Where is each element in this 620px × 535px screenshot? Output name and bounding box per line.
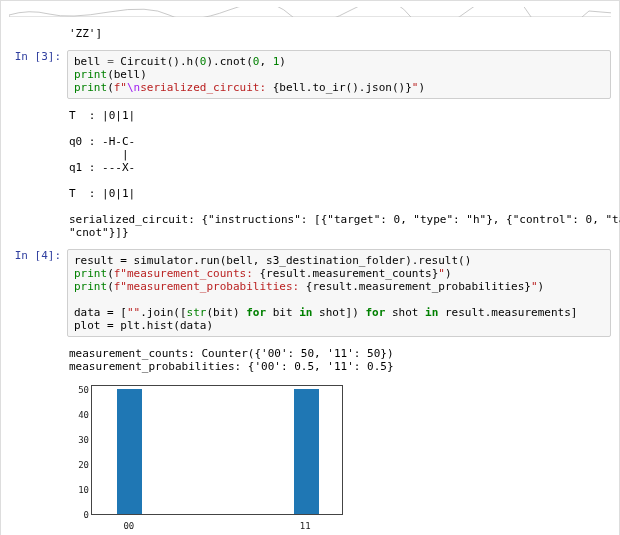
code-token: data = [ — [74, 306, 127, 319]
code-token: f"measurement_counts: — [114, 267, 260, 280]
code-token: ) — [445, 267, 452, 280]
code-token: ( — [107, 81, 114, 94]
code-token: ) — [279, 55, 286, 68]
histogram-bar — [117, 389, 142, 514]
code-token: " — [438, 267, 445, 280]
code-token: .join([ — [140, 306, 186, 319]
code-token: print — [74, 81, 107, 94]
histogram-bar — [294, 389, 319, 514]
code-token: in — [299, 306, 312, 319]
code-token: plot = plt.hist(data) — [74, 319, 213, 332]
code-token: shot]) — [312, 306, 365, 319]
ytick: 40 — [67, 410, 89, 420]
code-token: f"measurement_probabilities: — [114, 280, 306, 293]
code-token: ) — [538, 280, 545, 293]
code-token: result.measurements] — [438, 306, 577, 319]
code-token: {bell.to_ir().json()} — [273, 81, 412, 94]
cell-4-input[interactable]: In [4]: result = simulator.run(bell, s3_… — [9, 249, 611, 337]
code-token: (bell) — [107, 68, 147, 81]
code-token: = — [107, 55, 114, 68]
code-area-3[interactable]: bell = Circuit().h(0).cnot(0, 1) print(b… — [67, 50, 611, 99]
ytick: 10 — [67, 485, 89, 495]
output-text-4: measurement_counts: Counter({'00': 50, '… — [67, 343, 611, 377]
code-token: for — [365, 306, 385, 319]
code-token: ( — [107, 280, 114, 293]
code-token: Circuit().h( — [114, 55, 200, 68]
code-token: \n — [127, 81, 140, 94]
code-token: result = simulator.run(bell, s3_destinat… — [74, 254, 471, 267]
ytick: 30 — [67, 435, 89, 445]
torn-edge-top — [9, 7, 611, 17]
code-token: in — [425, 306, 438, 319]
code-token: , — [259, 55, 272, 68]
ytick: 20 — [67, 460, 89, 470]
code-token: serialized_circuit: — [140, 81, 272, 94]
code-token: print — [74, 267, 107, 280]
code-token: str — [187, 306, 207, 319]
code-token: bit — [266, 306, 299, 319]
code-token: (bit) — [206, 306, 246, 319]
code-token: "" — [127, 306, 140, 319]
code-token: ).cnot( — [206, 55, 252, 68]
histogram-chart: 010203040500011 — [67, 381, 347, 531]
prompt-in-3: In [3]: — [9, 50, 67, 63]
xtick: 11 — [300, 521, 311, 531]
cell-4-output: measurement_counts: Counter({'00': 50, '… — [9, 343, 611, 531]
xtick: 00 — [123, 521, 134, 531]
prev-output-fragment: 'ZZ'] — [9, 23, 611, 44]
code-token: for — [246, 306, 266, 319]
code-area-4[interactable]: result = simulator.run(bell, s3_destinat… — [67, 249, 611, 337]
cell-3-input[interactable]: In [3]: bell = Circuit().h(0).cnot(0, 1)… — [9, 50, 611, 99]
code-token: bell — [74, 55, 107, 68]
code-token: {result.measurement_counts} — [259, 267, 438, 280]
jupyter-notebook: 'ZZ'] In [3]: bell = Circuit().h(0).cnot… — [0, 0, 620, 535]
ytick: 50 — [67, 385, 89, 395]
cell-3-output: T : |0|1| q0 : -H-C- | q1 : ---X- T : |0… — [9, 105, 611, 243]
output-text-3: T : |0|1| q0 : -H-C- | q1 : ---X- T : |0… — [67, 105, 611, 243]
plot-area — [91, 385, 343, 515]
code-token: ) — [418, 81, 425, 94]
code-token: ( — [107, 267, 114, 280]
fragment-text: 'ZZ'] — [67, 23, 611, 44]
code-token: print — [74, 68, 107, 81]
output-4-content: measurement_counts: Counter({'00': 50, '… — [67, 343, 611, 531]
prompt-in-4: In [4]: — [9, 249, 67, 262]
code-token: {result.measurement_probabilities} — [306, 280, 531, 293]
code-token: f" — [114, 81, 127, 94]
code-token: shot — [385, 306, 425, 319]
code-token: print — [74, 280, 107, 293]
histogram-output: 010203040500011 — [67, 381, 611, 531]
code-token: " — [531, 280, 538, 293]
ytick: 0 — [67, 510, 89, 520]
